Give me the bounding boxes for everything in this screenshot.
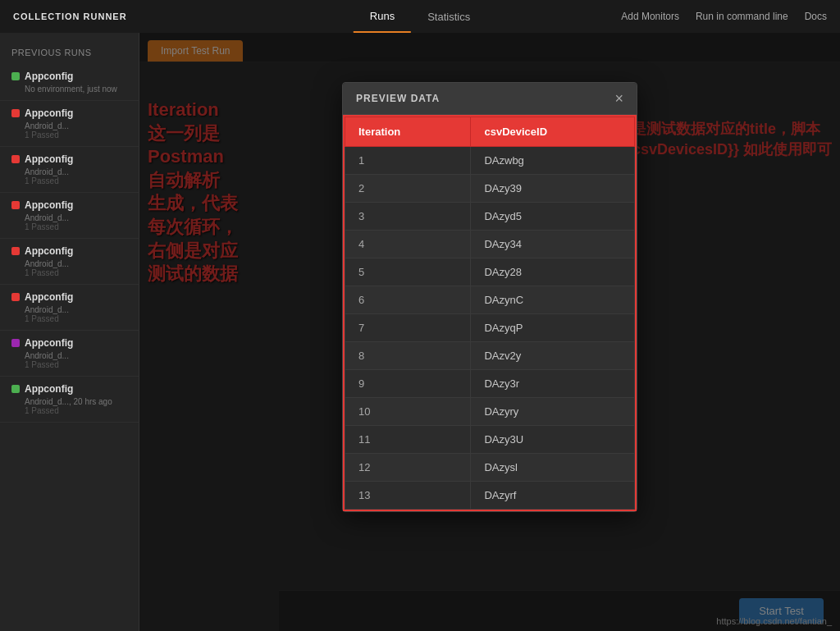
cell-device: DAzy3U bbox=[471, 426, 635, 454]
cell-device: DAzyd5 bbox=[471, 203, 635, 231]
sidebar-item-sub: Android_d... bbox=[25, 121, 127, 130]
sidebar-item[interactable]: Appconfig Android_d... 1 Passed bbox=[0, 331, 139, 377]
table-row: 4DAzy34 bbox=[345, 231, 635, 258]
sidebar-item-sub: Android_d... bbox=[25, 259, 127, 268]
sidebar-item-title: Appconfig bbox=[25, 199, 73, 211]
nav-tab-statistics[interactable]: Statistics bbox=[411, 0, 486, 33]
sidebar-item-title: Appconfig bbox=[25, 245, 73, 257]
sidebar-item[interactable]: Appconfig Android_d... 1 Passed bbox=[0, 147, 139, 193]
sidebar-item[interactable]: Appconfig Android_d... 1 Passed bbox=[0, 285, 139, 331]
add-monitors-link[interactable]: Add Monitors bbox=[621, 11, 679, 22]
sidebar-item[interactable]: Appconfig Android_d... 1 Passed bbox=[0, 101, 139, 147]
status-dot bbox=[11, 339, 20, 347]
cell-device: DAzy3r bbox=[471, 370, 635, 398]
modal-close-button[interactable]: × bbox=[614, 91, 623, 106]
table-body: 1DAzwbg2DAzy393DAzyd54DAzy345DAzy286DAzy… bbox=[345, 147, 635, 510]
column-header-csvdeviceid: csvDeviceID bbox=[471, 117, 635, 147]
table-row: 10DAzyry bbox=[345, 398, 635, 426]
cell-device: DAzynC bbox=[471, 286, 635, 314]
cell-device: DAzyqP bbox=[471, 314, 635, 342]
table-row: 7DAzyqP bbox=[345, 314, 635, 342]
cell-iteration: 11 bbox=[345, 426, 471, 454]
status-dot bbox=[11, 293, 20, 301]
nav-actions: Add Monitors Run in command line Docs bbox=[621, 11, 827, 22]
cell-device: DAzysl bbox=[471, 454, 635, 482]
sidebar-item-title: Appconfig bbox=[25, 291, 73, 303]
modal-title: PREVIEW DATA bbox=[356, 93, 440, 104]
nav-tabs: Runs Statistics bbox=[354, 0, 486, 33]
top-nav: COLLECTION RUNNER Runs Statistics Add Mo… bbox=[0, 0, 840, 33]
cell-device: DAzy28 bbox=[471, 258, 635, 286]
status-dot bbox=[11, 109, 20, 117]
nav-tab-runs[interactable]: Runs bbox=[354, 0, 411, 33]
sidebar-item-title: Appconfig bbox=[25, 71, 73, 82]
sidebar-item-sub: Android_d... bbox=[25, 167, 127, 176]
sidebar-item-sub: Android_d... bbox=[25, 351, 127, 360]
sidebar-header: Previous Runs bbox=[0, 41, 139, 64]
sidebar-item-sub: No environment, just now bbox=[25, 85, 127, 94]
run-command-line-link[interactable]: Run in command line bbox=[696, 11, 788, 22]
cell-device: DAzyry bbox=[471, 398, 635, 426]
status-dot bbox=[11, 385, 20, 393]
cell-iteration: 8 bbox=[345, 342, 471, 370]
sidebar-item-sub2: 1 Passed bbox=[25, 406, 127, 415]
sidebar-item-sub2: 1 Passed bbox=[25, 314, 127, 323]
cell-iteration: 2 bbox=[345, 175, 471, 203]
cell-device: DAzy39 bbox=[471, 175, 635, 203]
table-row: 12DAzysl bbox=[345, 454, 635, 482]
brand-label: COLLECTION RUNNER bbox=[13, 11, 127, 21]
modal-header: PREVIEW DATA × bbox=[343, 83, 637, 115]
sidebar-item-sub2: 1 Passed bbox=[25, 222, 127, 231]
cell-device: DAzwbg bbox=[471, 147, 635, 175]
sidebar-item[interactable]: Appconfig No environment, just now bbox=[0, 64, 139, 101]
cell-iteration: 6 bbox=[345, 286, 471, 314]
table-header-row: Iteration csvDeviceID bbox=[345, 117, 635, 147]
sidebar: Previous Runs Appconfig No environment, … bbox=[0, 33, 139, 631]
table-row: 5DAzy28 bbox=[345, 258, 635, 286]
sidebar-item-sub2: 1 Passed bbox=[25, 130, 127, 139]
table-row: 6DAzynC bbox=[345, 286, 635, 314]
sidebar-item-title: Appconfig bbox=[25, 153, 73, 165]
cell-iteration: 1 bbox=[345, 147, 471, 175]
docs-link[interactable]: Docs bbox=[805, 11, 827, 22]
cell-iteration: 4 bbox=[345, 231, 471, 258]
cell-iteration: 10 bbox=[345, 398, 471, 426]
cell-iteration: 3 bbox=[345, 203, 471, 231]
content-area: Import Test Run Iteration这一列是Postman自动解析… bbox=[139, 33, 840, 631]
sidebar-item-sub: Android_d..., 20 hrs ago bbox=[25, 397, 127, 406]
table-row: 11DAzy3U bbox=[345, 426, 635, 454]
column-header-iteration: Iteration bbox=[345, 117, 471, 147]
main-layout: Previous Runs Appconfig No environment, … bbox=[0, 33, 840, 631]
data-table: Iteration csvDeviceID 1DAzwbg2DAzy393DAz… bbox=[345, 117, 635, 510]
cell-iteration: 7 bbox=[345, 314, 471, 342]
cell-device: DAzv2y bbox=[471, 342, 635, 370]
table-row: 13DAzyrf bbox=[345, 482, 635, 510]
table-row: 1DAzwbg bbox=[345, 147, 635, 175]
cell-iteration: 13 bbox=[345, 482, 471, 510]
sidebar-item-title: Appconfig bbox=[25, 107, 73, 119]
sidebar-item-title: Appconfig bbox=[25, 383, 73, 395]
sidebar-item-title: Appconfig bbox=[25, 337, 73, 349]
modal-body: Iteration csvDeviceID 1DAzwbg2DAzy393DAz… bbox=[343, 115, 637, 511]
table-row: 8DAzv2y bbox=[345, 342, 635, 370]
table-row: 2DAzy39 bbox=[345, 175, 635, 203]
sidebar-item-sub: Android_d... bbox=[25, 213, 127, 222]
status-dot bbox=[11, 155, 20, 163]
cell-iteration: 9 bbox=[345, 370, 471, 398]
cell-iteration: 5 bbox=[345, 258, 471, 286]
table-row: 3DAzyd5 bbox=[345, 203, 635, 231]
sidebar-item[interactable]: Appconfig Android_d... 1 Passed bbox=[0, 239, 139, 285]
sidebar-item-sub: Android_d... bbox=[25, 305, 127, 314]
table-row: 9DAzy3r bbox=[345, 370, 635, 398]
status-dot bbox=[11, 72, 20, 80]
preview-data-modal: PREVIEW DATA × Iteration csvDeviceID bbox=[342, 82, 637, 512]
sidebar-item[interactable]: Appconfig Android_d..., 20 hrs ago 1 Pas… bbox=[0, 377, 139, 423]
sidebar-item-sub2: 1 Passed bbox=[25, 360, 127, 369]
cell-iteration: 12 bbox=[345, 454, 471, 482]
sidebar-item-sub2: 1 Passed bbox=[25, 176, 127, 185]
sidebar-item[interactable]: Appconfig Android_d... 1 Passed bbox=[0, 193, 139, 239]
modal-backdrop: PREVIEW DATA × Iteration csvDeviceID bbox=[139, 33, 840, 631]
sidebar-item-sub2: 1 Passed bbox=[25, 268, 127, 277]
status-dot bbox=[11, 247, 20, 255]
status-dot bbox=[11, 201, 20, 209]
